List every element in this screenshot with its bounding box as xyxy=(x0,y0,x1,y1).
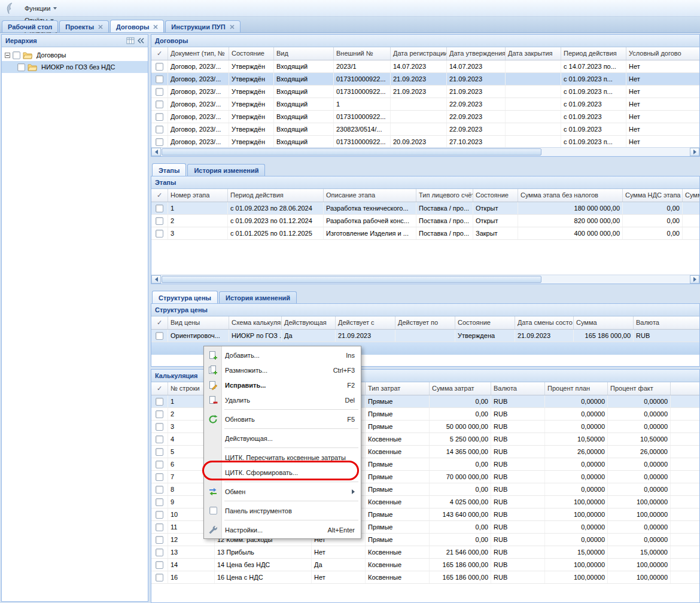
scroll-track[interactable] xyxy=(161,148,690,156)
column-header[interactable]: Описание этапа xyxy=(324,189,416,202)
column-header[interactable]: Действует с xyxy=(336,316,395,329)
subtab[interactable]: Этапы xyxy=(152,163,186,176)
row-checkbox[interactable] xyxy=(156,498,163,506)
main-tab[interactable]: Инструкции ПУП xyxy=(165,20,240,32)
main-tab[interactable]: Рабочий стол xyxy=(2,20,58,32)
column-header[interactable]: Номер этапа xyxy=(168,189,228,202)
scroll-thumb[interactable] xyxy=(162,148,541,156)
column-header[interactable]: Сумма НДС этапа xyxy=(623,189,683,202)
column-header[interactable]: Тип затрат xyxy=(366,382,430,395)
row-checkbox[interactable] xyxy=(156,448,163,456)
row-checkbox[interactable] xyxy=(156,88,163,96)
row-checkbox[interactable] xyxy=(156,423,163,431)
tree-checkbox[interactable] xyxy=(17,63,25,71)
row-checkbox[interactable] xyxy=(156,100,163,108)
row-checkbox[interactable] xyxy=(156,561,163,569)
column-header[interactable]: Действующая xyxy=(282,316,336,329)
table-row[interactable]: 16 16 Цена с НДС Нет Косвенные 165 186 0… xyxy=(151,571,699,584)
table-row[interactable]: Договор, 2023/... Утверждён Входящий 017… xyxy=(151,73,699,86)
main-tab[interactable]: Проекты xyxy=(59,20,109,32)
tab-close-icon[interactable] xyxy=(98,25,103,29)
menu-item-toolbar[interactable]: Панель инструментов xyxy=(205,503,360,518)
row-checkbox[interactable] xyxy=(156,398,163,406)
menu-item-actual[interactable]: Действующая... xyxy=(205,431,360,446)
table-row[interactable]: Договор, 2023/... Утверждён Входящий 1 2… xyxy=(151,98,699,111)
row-checkbox[interactable] xyxy=(156,138,163,146)
column-header[interactable]: Вид xyxy=(274,47,334,60)
row-checkbox[interactable] xyxy=(156,523,163,531)
menu-item-edit[interactable]: Исправить... F2 xyxy=(205,377,360,392)
menu-item-add[interactable]: Добавить... Ins xyxy=(205,348,360,363)
column-header[interactable]: Дата утверждения xyxy=(447,47,506,60)
table-row[interactable]: Договор, 2023/... Утверждён Входящий 017… xyxy=(151,111,699,123)
column-header[interactable]: Период действия xyxy=(228,189,324,202)
column-header[interactable]: Действует по xyxy=(395,316,455,329)
column-header[interactable]: ✓ xyxy=(151,189,168,202)
column-header[interactable] xyxy=(671,382,699,395)
table-row[interactable]: 14 14 Цена без НДС Да Косвенные 165 186 … xyxy=(151,559,699,571)
table-row[interactable]: 13 13 Прибыль Нет Косвенные 21 546 000,0… xyxy=(151,546,699,559)
row-checkbox[interactable] xyxy=(156,113,163,121)
column-header[interactable]: Валюта xyxy=(634,316,699,329)
tree-checkbox[interactable] xyxy=(13,51,20,59)
column-header[interactable]: ✓ xyxy=(151,316,168,329)
column-header[interactable]: Процент план xyxy=(545,382,608,395)
column-header[interactable]: Сумм xyxy=(683,189,699,202)
column-header[interactable]: Тип лицевого счёт xyxy=(416,189,473,202)
tree-node-niokr[interactable]: НИОКР по ГОЗ без НДС xyxy=(2,61,148,73)
subtab[interactable]: Структура цены xyxy=(152,291,218,303)
row-checkbox[interactable] xyxy=(156,436,163,443)
menubar-item[interactable]: Учёт xyxy=(19,0,71,2)
column-header[interactable]: Сумма затрат xyxy=(430,382,491,395)
column-header[interactable]: Процент факт xyxy=(608,382,671,395)
table-row[interactable]: Договор, 2023/... Утверждён Входящий 230… xyxy=(151,123,699,136)
row-checkbox[interactable] xyxy=(156,332,163,340)
row-checkbox[interactable] xyxy=(156,486,163,494)
column-header[interactable]: Дата смены состо xyxy=(515,316,574,329)
horizontal-scrollbar[interactable] xyxy=(151,147,699,156)
row-checkbox[interactable] xyxy=(156,574,163,581)
column-header[interactable]: Схема калькуляци xyxy=(229,316,282,329)
tab-close-icon[interactable] xyxy=(153,25,158,29)
column-header[interactable]: Условный догово xyxy=(626,47,699,60)
column-header[interactable]: Состояние xyxy=(473,189,518,202)
column-header[interactable]: ✓ xyxy=(151,382,168,395)
subtab[interactable]: История изменений xyxy=(187,164,265,176)
collapse-node-icon[interactable] xyxy=(5,53,10,58)
subtab[interactable]: История изменений xyxy=(219,291,297,303)
menu-item-citk-form[interactable]: ЦИТК. Сформировать... xyxy=(205,465,360,480)
column-header[interactable]: Валюта xyxy=(491,382,545,395)
row-checkbox[interactable] xyxy=(156,75,163,83)
column-header[interactable]: ✓ xyxy=(151,47,168,60)
row-checkbox[interactable] xyxy=(156,473,163,481)
tab-close-icon[interactable] xyxy=(230,25,235,29)
table-row[interactable]: 3 с 01.01.2025 по 01.12.2025 Изготовлени… xyxy=(151,227,699,240)
table-row[interactable]: Договор, 2023/... Утверждён Входящий 017… xyxy=(151,136,699,147)
row-checkbox[interactable] xyxy=(156,461,163,468)
table-row[interactable]: Ориентировоч... НИОКР по ГОЗ ... Да 21.0… xyxy=(151,330,699,342)
column-header[interactable]: Состояние xyxy=(229,47,274,60)
grid-view-icon[interactable] xyxy=(126,36,135,45)
column-header[interactable]: Вид цены xyxy=(168,316,229,329)
row-checkbox[interactable] xyxy=(156,63,163,71)
menu-item-citk-recalc[interactable]: ЦИТК. Пересчитать косвенные затраты... xyxy=(205,450,360,465)
row-checkbox[interactable] xyxy=(156,205,163,212)
column-header[interactable]: Внешний № xyxy=(334,47,391,60)
tree-node-contracts[interactable]: Договоры xyxy=(2,49,148,61)
scroll-right-button[interactable] xyxy=(690,275,699,284)
scroll-left-button[interactable] xyxy=(151,148,161,156)
column-header[interactable]: Дата регистрации xyxy=(391,47,447,60)
table-row[interactable]: Договор, 2023/... Утверждён Входящий 202… xyxy=(151,60,699,73)
scroll-right-button[interactable] xyxy=(690,148,699,156)
menu-item-duplicate[interactable]: Размножить... Ctrl+F3 xyxy=(205,363,360,377)
collapse-panel-icon[interactable] xyxy=(137,36,144,45)
row-checkbox[interactable] xyxy=(156,536,163,544)
column-header[interactable]: Состояние xyxy=(455,316,515,329)
menu-item-settings[interactable]: Настройки... Alt+Enter xyxy=(205,522,360,537)
horizontal-scrollbar[interactable] xyxy=(151,275,699,284)
scroll-left-button[interactable] xyxy=(151,275,161,284)
main-tab[interactable]: Договоры xyxy=(110,20,164,32)
column-header[interactable]: Сумма xyxy=(574,316,634,329)
table-row[interactable]: Договор, 2023/... Утверждён Входящий 017… xyxy=(151,86,699,98)
menu-item-refresh[interactable]: Обновить F5 xyxy=(205,412,360,427)
